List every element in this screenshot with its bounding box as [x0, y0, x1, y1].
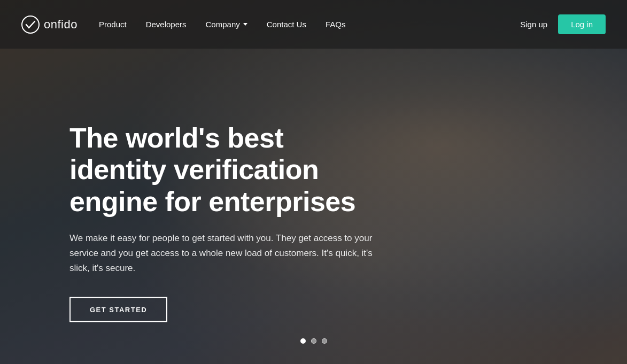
hero-subtitle: We make it easy for people to get starte…: [69, 231, 385, 276]
chevron-down-icon: [243, 23, 247, 26]
brand-name: onfido: [44, 18, 78, 32]
hero-content: The world's best identity verification e…: [0, 122, 406, 322]
slider-dot-3[interactable]: [322, 338, 327, 344]
hero-title: The world's best identity verification e…: [69, 122, 385, 218]
get-started-button[interactable]: GET STARTED: [69, 297, 167, 322]
nav-developers[interactable]: Developers: [146, 20, 187, 29]
logo[interactable]: onfido: [21, 16, 78, 34]
nav-product[interactable]: Product: [99, 20, 127, 29]
nav-links: Product Developers Company Contact Us FA…: [99, 20, 520, 29]
login-button[interactable]: Log in: [558, 14, 606, 34]
nav-company[interactable]: Company: [206, 20, 247, 29]
slider-dot-1[interactable]: [300, 338, 306, 344]
navbar: onfido Product Developers Company Contac…: [0, 0, 627, 49]
nav-actions: Sign up Log in: [520, 14, 606, 34]
svg-point-0: [22, 16, 39, 33]
nav-faqs[interactable]: FAQs: [326, 20, 346, 29]
nav-contact[interactable]: Contact Us: [267, 20, 306, 29]
sign-up-link[interactable]: Sign up: [520, 20, 547, 29]
slider-dots: [300, 338, 327, 344]
hero-section: onfido Product Developers Company Contac…: [0, 0, 627, 364]
logo-icon: [21, 16, 40, 34]
slider-dot-2[interactable]: [311, 338, 316, 344]
